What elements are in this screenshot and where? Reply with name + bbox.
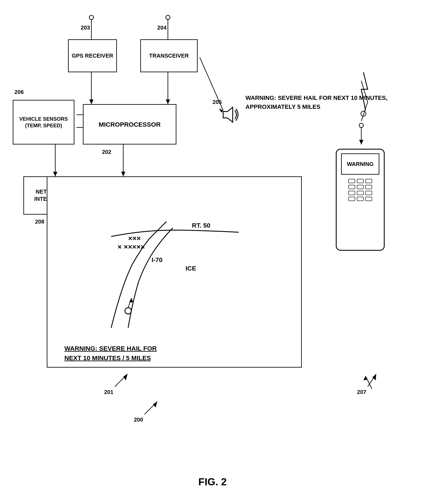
phone-btn-6 — [365, 185, 372, 189]
svg-point-3 — [166, 15, 170, 20]
phone-btn-3 — [365, 179, 372, 183]
speaker-icon — [221, 104, 242, 125]
svg-text:×  ×××××: × ××××× — [118, 243, 145, 251]
ref-203: 203 — [81, 24, 90, 31]
transceiver-box: TRANSCEIVER — [140, 39, 198, 72]
phone-btn-9 — [365, 191, 372, 195]
svg-marker-17 — [121, 172, 125, 176]
svg-point-38 — [361, 111, 366, 116]
map-svg: RT. 50 I-70 ICE ××× × ××××× — [47, 179, 302, 341]
phone-screen-text: WARNING — [347, 161, 374, 167]
svg-text:×××: ××× — [128, 234, 141, 242]
phone-btn-7 — [348, 191, 355, 195]
phone-arrow-svg — [361, 374, 383, 391]
svg-marker-5 — [89, 99, 94, 104]
fig-label: FIG. 2 — [170, 476, 255, 488]
svg-marker-15 — [53, 172, 57, 176]
lightning-svg — [353, 72, 374, 128]
display-warning-text: WARNING: SEVERE HAIL FORNEXT 10 MINUTES … — [64, 344, 157, 363]
phone-btn-5 — [357, 185, 364, 189]
phone-btn-1 — [348, 179, 355, 183]
ref-208: 208 — [35, 219, 44, 225]
svg-text:RT. 50: RT. 50 — [192, 222, 210, 229]
diagram-container: GPS RECEIVER 203 TRANSCEIVER 204 MICROPR… — [0, 0, 438, 504]
ref-201: 201 — [104, 389, 113, 395]
svg-marker-21 — [153, 402, 157, 407]
ref-204: 204 — [157, 24, 166, 31]
phone-btn-2 — [357, 179, 364, 183]
ref-202: 202 — [102, 149, 111, 155]
svg-marker-29 — [223, 107, 233, 122]
svg-marker-37 — [129, 298, 133, 302]
svg-text:I-70: I-70 — [152, 256, 163, 263]
gps-receiver-box: GPS RECEIVER — [68, 39, 117, 72]
display-box: RT. 50 I-70 ICE ××× × ××××× WARNING: SEV… — [47, 176, 302, 368]
phone-btn-12 — [365, 197, 372, 201]
svg-point-35 — [125, 308, 131, 314]
phone-btn-11 — [357, 197, 364, 201]
warning-audio-text: WARNING: SEVERE HAIL FOR NEXT 10 MINUTES… — [245, 93, 438, 111]
svg-line-20 — [144, 402, 157, 414]
vehicle-sensors-label: VEHICLE SENSORS (TEMP, SPEED) — [13, 116, 74, 129]
phone-screen: WARNING — [341, 153, 379, 175]
svg-marker-26 — [359, 140, 363, 144]
phone-btn-8 — [357, 191, 364, 195]
svg-marker-19 — [123, 374, 128, 380]
microprocessor-box: MICROPROCESSOR — [83, 104, 176, 144]
svg-text:ICE: ICE — [186, 265, 196, 272]
ref-206: 206 — [14, 89, 24, 95]
phone-btn-10 — [348, 197, 355, 201]
gps-receiver-label: GPS RECEIVER — [72, 52, 113, 59]
mobile-phone: WARNING — [336, 149, 385, 251]
svg-line-18 — [115, 374, 128, 387]
phone-keypad — [346, 178, 374, 202]
phone-btn-4 — [348, 185, 355, 189]
ref-205: 205 — [212, 99, 222, 105]
svg-marker-7 — [166, 99, 170, 104]
svg-point-1 — [89, 15, 94, 20]
vehicle-sensors-box: VEHICLE SENSORS (TEMP, SPEED) — [13, 100, 74, 144]
microprocessor-label: MICROPROCESSOR — [99, 120, 161, 129]
ref-200: 200 — [134, 416, 143, 423]
transceiver-label: TRANSCEIVER — [149, 52, 189, 59]
